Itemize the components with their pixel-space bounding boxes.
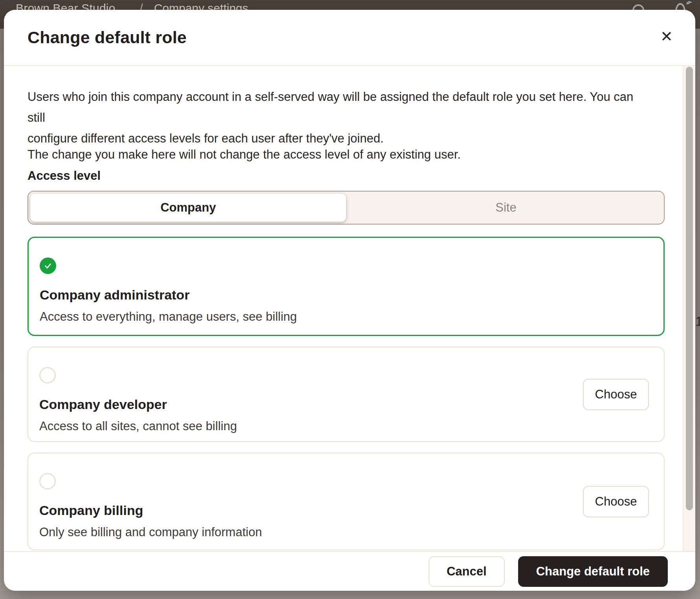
role-card-company-billing[interactable]: Company billing Only see billing and com…	[27, 453, 665, 550]
access-level-segmented-control: Company Site	[27, 191, 665, 225]
choose-button-billing[interactable]: Choose	[583, 486, 649, 517]
role-description: Access to everything, manage users, see …	[40, 310, 649, 324]
radio-unchecked-icon	[39, 367, 56, 384]
cancel-button[interactable]: Cancel	[429, 556, 505, 587]
intro-line-2: configure different access levels for ea…	[27, 128, 652, 149]
dialog-title: Change default role	[27, 28, 187, 47]
role-description: Only see billing and company information	[39, 525, 649, 539]
tab-site[interactable]: Site	[348, 192, 664, 224]
note-paragraph: The change you make here will not change…	[27, 148, 652, 162]
role-name: Company developer	[39, 397, 649, 412]
intro-line-1: Users who join this company account in a…	[27, 86, 652, 128]
role-name: Company billing	[39, 503, 649, 518]
page-bottom-under-overlay	[0, 591, 700, 599]
dialog-body: Users who join this company account in a…	[4, 66, 683, 551]
intro-paragraph: Users who join this company account in a…	[27, 86, 652, 149]
choose-button-developer[interactable]: Choose	[583, 379, 649, 410]
dialog-footer: Cancel Change default role	[4, 551, 695, 591]
check-icon	[40, 257, 56, 274]
role-name: Company administrator	[40, 287, 649, 303]
role-card-company-administrator[interactable]: Company administrator Access to everythi…	[27, 237, 665, 336]
scrollbar-thumb[interactable]	[686, 67, 693, 510]
role-card-company-developer[interactable]: Company developer Access to all sites, c…	[27, 347, 665, 442]
radio-unchecked-icon	[39, 473, 56, 489]
page-text-fragment: 1e	[695, 314, 700, 329]
change-default-role-button[interactable]: Change default role	[518, 556, 668, 587]
close-icon[interactable]: ✕	[656, 26, 677, 47]
access-level-label: Access level	[27, 169, 101, 183]
change-default-role-dialog: Change default role ✕ Users who join thi…	[4, 10, 695, 591]
dialog-header: Change default role ✕	[4, 10, 695, 66]
role-description: Access to all sites, cannot see billing	[39, 419, 649, 433]
tab-company[interactable]: Company	[30, 194, 346, 222]
